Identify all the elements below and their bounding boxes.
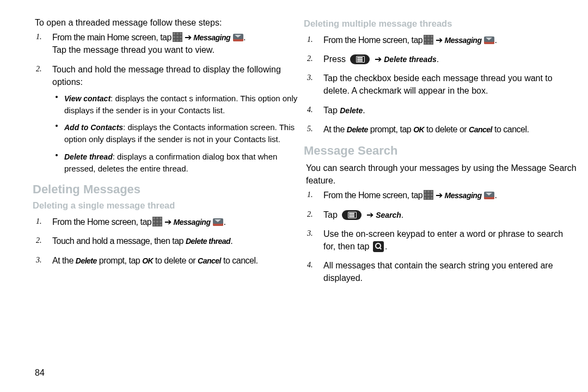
step-5: 5. At the Delete prompt, tap OK to delet… xyxy=(321,123,577,136)
left-column: To open a threaded message follow these … xyxy=(35,16,306,273)
step-3: 3. Use the on-screen keypad to enter a w… xyxy=(321,228,577,253)
opt-add-contacts: Add to Contacts: displays the Contacts i… xyxy=(62,121,306,145)
opt-delete-thread: Delete thread: displays a confirmation d… xyxy=(62,151,306,175)
open-thread-steps: 1. From the main Home screen, tap ➔ Mess… xyxy=(50,31,306,174)
step-4: 4. All messages that contain the search … xyxy=(321,259,577,284)
opt-view-contact: View contact: displays the contact s inf… xyxy=(62,93,306,117)
cancel: Cancel xyxy=(469,125,492,134)
txt: Tap xyxy=(323,210,338,219)
tap: tap xyxy=(140,217,152,226)
step-1: 1. From the Home screen, tap ➔ Messaging… xyxy=(50,216,306,228)
apps-grid-icon xyxy=(424,190,433,200)
step-2: 2. Press ➔ Delete threads. xyxy=(321,53,577,65)
step-3: 3. At the Delete prompt, tap OK to delet… xyxy=(50,254,306,267)
cancel: Cancel xyxy=(198,256,221,265)
heading-deleting-messages: Deleting Messages xyxy=(33,181,306,198)
step-1: 1. From the main Home screen, tap ➔ Mess… xyxy=(50,31,306,56)
intro-text: To open a threaded message follow these … xyxy=(35,16,306,29)
tap: tap xyxy=(412,191,423,200)
step-2: 2. Touch and hold a message, then tap De… xyxy=(50,235,306,247)
txt: From the Home screen xyxy=(323,35,407,45)
heading-message-search: Message Search xyxy=(304,142,577,160)
t: to delete or xyxy=(424,125,467,134)
step-2: 2. Tap ➔ Search. xyxy=(321,209,577,221)
t: to cancel. xyxy=(221,256,258,265)
step-2: 2. Touch and hold the message thread to … xyxy=(50,63,306,175)
ok: OK xyxy=(413,125,424,134)
manual-page: To open a threaded message follow these … xyxy=(0,0,588,392)
del: Delete xyxy=(76,256,97,265)
label: Messaging xyxy=(445,191,482,200)
heading-single-thread: Deleting a single message thread xyxy=(33,199,306,212)
delete-single-steps: 1. From the Home screen, tap ➔ Messaging… xyxy=(50,216,306,267)
tap: tap xyxy=(172,236,183,246)
messaging-icon xyxy=(484,192,494,199)
messaging-icon xyxy=(233,34,243,41)
ok: OK xyxy=(142,256,153,265)
txt: Tap the message thread you want to view. xyxy=(52,44,306,56)
tap: tap xyxy=(412,35,423,45)
search-icon xyxy=(373,241,384,252)
txt: Use the on-screen keypad to enter a word… xyxy=(323,229,563,251)
label: Messaging xyxy=(193,33,230,42)
mark: mark xyxy=(382,86,402,95)
messaging-icon xyxy=(213,218,223,226)
step-1: 1. From the Home screen, tap ➔ Messaging… xyxy=(321,34,577,46)
del: Delete xyxy=(347,125,368,134)
txt: From the Home screen xyxy=(323,191,407,200)
del: Delete xyxy=(340,106,363,115)
step-3: 3. Tap the checkbox beside each message … xyxy=(321,72,577,97)
apps-grid-icon xyxy=(173,32,182,42)
heading-multiple-threads: Deleting multiple message threads xyxy=(304,17,577,30)
t: prompt, tap xyxy=(368,125,411,134)
search-intro: You can search through your messages by … xyxy=(306,162,577,187)
txt: All messages that contain the search str… xyxy=(323,261,553,283)
delete-multiple-steps: 1. From the Home screen, tap ➔ Messaging… xyxy=(321,34,577,136)
term: View contact xyxy=(64,94,111,103)
page-number: 84 xyxy=(35,368,45,378)
t: At the xyxy=(52,256,74,265)
txt: Touch and hold the message thread to dis… xyxy=(52,65,281,87)
step-1: 1. From the Home screen, tap ➔ Messaging… xyxy=(321,189,577,201)
menu-key-icon xyxy=(350,54,370,64)
txt: will appear in the box. xyxy=(401,86,488,95)
menu-key-icon xyxy=(342,210,362,220)
term: Add to Contacts xyxy=(64,123,123,132)
txt: Press xyxy=(323,54,346,64)
t: to delete or xyxy=(153,256,195,265)
apps-grid-icon xyxy=(152,217,162,226)
term: Delete threads xyxy=(384,55,436,64)
term: Delete thread xyxy=(186,237,230,246)
step-4: 4. Tap Delete. xyxy=(321,104,577,117)
txt: Tap xyxy=(323,106,338,115)
label: Messaging xyxy=(445,36,482,45)
t: to cancel. xyxy=(492,125,529,134)
txt: Touch and hold a message, then xyxy=(52,236,170,246)
messaging-icon xyxy=(484,36,494,44)
term: Search xyxy=(376,211,401,219)
txt: From the Home screen xyxy=(52,217,136,226)
apps-grid-icon xyxy=(424,35,433,45)
term: Delete thread xyxy=(64,152,113,161)
search-steps: 1. From the Home screen, tap ➔ Messaging… xyxy=(321,189,577,284)
txt: From the main Home screen xyxy=(52,33,156,42)
t: At the xyxy=(323,125,345,134)
tap: tap xyxy=(160,33,171,42)
options-list: View contact: displays the contact s inf… xyxy=(62,93,306,175)
label: Messaging xyxy=(174,218,211,226)
right-column: Deleting multiple message threads 1. Fro… xyxy=(306,16,577,291)
t: prompt, tap xyxy=(97,256,140,265)
